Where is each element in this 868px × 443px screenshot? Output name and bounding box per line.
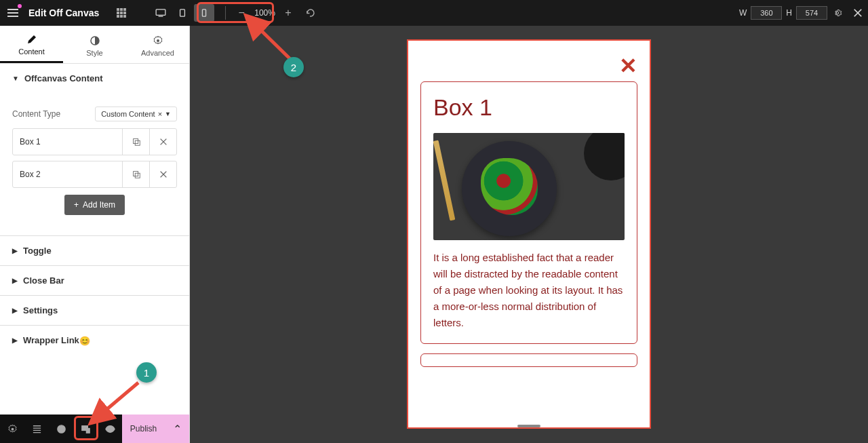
caret-right-icon: ▶ xyxy=(12,336,18,344)
add-item-label: Add Item xyxy=(83,200,115,210)
svg-rect-3 xyxy=(156,9,165,16)
separator xyxy=(225,6,226,20)
caret-right-icon: ▶ xyxy=(12,307,18,314)
tab-style[interactable]: Style xyxy=(63,26,126,63)
zoom-value: 100% xyxy=(250,8,279,18)
svg-rect-1 xyxy=(7,12,18,14)
tab-content-label: Content xyxy=(18,47,45,56)
menu-button[interactable] xyxy=(0,0,26,26)
width-label: W xyxy=(739,8,747,18)
zoom-in-button[interactable]: + xyxy=(279,4,297,22)
svg-rect-0 xyxy=(7,9,18,10)
device-tablet-button[interactable] xyxy=(172,4,193,22)
caret-right-icon: ▶ xyxy=(12,247,18,254)
svg-rect-2 xyxy=(7,16,18,17)
section-wrapper-link[interactable]: ▶Wrapper Link 😊 xyxy=(0,325,189,355)
svg-rect-11 xyxy=(133,139,138,144)
publish-button[interactable]: Publish xyxy=(122,424,165,434)
settings-button[interactable] xyxy=(827,3,848,23)
item-row-box2[interactable]: Box 2 xyxy=(12,161,177,188)
duplicate-item-button[interactable] xyxy=(122,161,149,187)
close-modal-button[interactable]: ✕ xyxy=(619,53,637,79)
top-bar: Edit Off Canvas − 100% + W H xyxy=(0,0,868,26)
canvas-size: W H xyxy=(739,6,827,20)
grid-icon xyxy=(117,8,126,18)
svg-point-23 xyxy=(108,427,111,430)
tab-advanced[interactable]: Advanced xyxy=(126,26,189,63)
fork-decoration xyxy=(433,140,455,220)
remove-item-button[interactable] xyxy=(149,129,176,155)
gear-icon xyxy=(153,35,163,46)
section-toggle[interactable]: ▶Toggle xyxy=(0,235,189,265)
bowl-decoration xyxy=(584,133,625,180)
responsive-mode-button[interactable] xyxy=(73,415,98,443)
add-item-button[interactable]: +Add Item xyxy=(64,195,125,215)
svg-rect-15 xyxy=(133,172,138,176)
panel-body: ▼Offcanvas Content Content Type Custom C… xyxy=(0,64,189,415)
tab-advanced-label: Advanced xyxy=(141,49,174,57)
page-title: Edit Off Canvas xyxy=(26,7,108,18)
height-label: H xyxy=(786,8,792,18)
content-type-select[interactable]: Custom Content×▼ xyxy=(95,107,177,121)
preview-frame: trud is ✕ Box 1 It is a long established… xyxy=(407,39,651,429)
navigator-button[interactable] xyxy=(24,415,49,443)
x-icon: × xyxy=(158,110,162,118)
content-type-label: Content Type xyxy=(12,109,60,119)
svg-point-10 xyxy=(157,39,159,42)
svg-rect-12 xyxy=(135,140,140,145)
device-switcher xyxy=(146,4,218,22)
canvas-area: trud is ✕ Box 1 It is a long established… xyxy=(190,26,868,443)
device-mobile-button[interactable] xyxy=(194,4,214,22)
section-offcanvas-content[interactable]: ▼Offcanvas Content xyxy=(0,64,189,93)
section-label: Wrapper Link xyxy=(23,335,79,345)
section-label: Settings xyxy=(23,305,58,315)
svg-point-19 xyxy=(11,427,14,430)
remove-item-button[interactable] xyxy=(149,161,176,187)
pencil-icon xyxy=(26,34,37,45)
annotation-badge-2: 2 xyxy=(283,57,304,77)
close-editor-button[interactable] xyxy=(848,3,868,23)
history-button[interactable] xyxy=(49,415,73,443)
height-input[interactable] xyxy=(796,6,827,20)
notification-dot-icon xyxy=(18,4,22,8)
section-title: Offcanvas Content xyxy=(24,73,103,83)
global-settings-button[interactable] xyxy=(0,415,24,443)
svg-rect-5 xyxy=(180,9,185,16)
section-label: Close Bar xyxy=(23,275,64,286)
annotation-badge-1: 1 xyxy=(136,362,157,383)
section-settings[interactable]: ▶Settings xyxy=(0,295,189,325)
box-text: It is a long established fact that a rea… xyxy=(433,250,625,331)
editor-panel: Content Style Advanced ▼Offcanvas Conten… xyxy=(0,26,190,443)
item-row-box1[interactable]: Box 1 xyxy=(12,128,177,155)
pro-icon: 😊 xyxy=(79,336,89,345)
duplicate-item-button[interactable] xyxy=(122,129,149,155)
svg-rect-6 xyxy=(203,9,206,16)
svg-rect-22 xyxy=(86,428,90,433)
zoom-out-button[interactable]: − xyxy=(233,4,250,22)
section-content: Content Type Custom Content×▼ Box 1 Box … xyxy=(0,93,189,235)
box-image xyxy=(433,133,625,240)
content-box-1[interactable]: Box 1 It is a long established fact that… xyxy=(420,81,637,344)
section-close-bar[interactable]: ▶Close Bar xyxy=(0,265,189,295)
content-box-2[interactable] xyxy=(420,353,637,367)
item-label: Box 1 xyxy=(13,137,122,147)
resize-handle-bottom[interactable] xyxy=(517,425,540,427)
panel-footer: Publish ⌃ xyxy=(0,415,189,443)
contrast-icon xyxy=(90,35,100,46)
plate-decoration xyxy=(462,141,557,236)
width-input[interactable] xyxy=(751,6,782,20)
publish-area: Publish ⌃ xyxy=(122,415,189,443)
preview-button[interactable] xyxy=(98,415,122,443)
widgets-button[interactable] xyxy=(108,0,134,26)
caret-down-icon: ▼ xyxy=(165,111,171,117)
device-desktop-button[interactable] xyxy=(151,4,171,22)
undo-button[interactable] xyxy=(301,4,319,22)
plus-icon: + xyxy=(74,200,79,210)
svg-rect-16 xyxy=(135,173,140,178)
item-label: Box 2 xyxy=(13,170,122,179)
tab-content[interactable]: Content xyxy=(0,26,63,63)
section-label: Toggle xyxy=(23,246,52,256)
content-type-row: Content Type Custom Content×▼ xyxy=(12,100,177,128)
publish-options-button[interactable]: ⌃ xyxy=(165,423,189,436)
tab-style-label: Style xyxy=(86,49,102,57)
